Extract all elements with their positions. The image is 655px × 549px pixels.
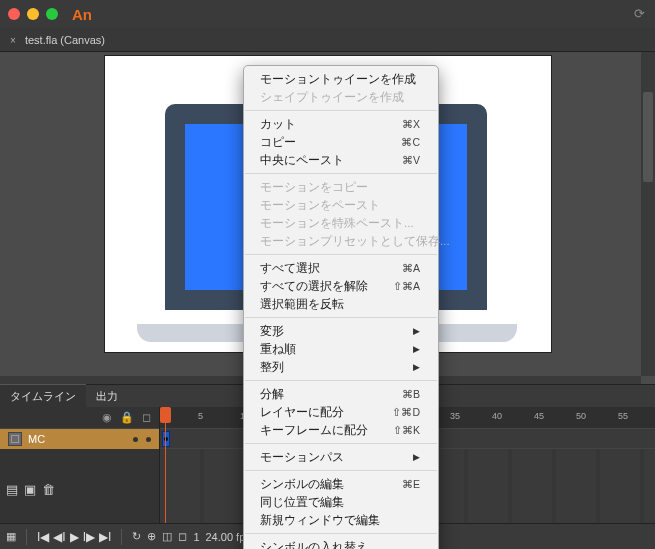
menu-item-label: コピー bbox=[260, 135, 296, 149]
menu-item-shortcut: ⇧⌘A bbox=[393, 279, 420, 293]
menu-item: シェイプトゥイーンを作成 bbox=[244, 88, 438, 106]
ruler-mark: 35 bbox=[450, 411, 460, 421]
menu-item[interactable]: カット⌘X bbox=[244, 115, 438, 133]
menu-item-label: 同じ位置で編集 bbox=[260, 495, 344, 509]
context-menu: モーショントゥイーンを作成シェイプトゥイーンを作成カット⌘Xコピー⌘C中央にペー… bbox=[243, 65, 439, 549]
menu-item-shortcut: ⌘V bbox=[402, 153, 420, 167]
layer-type-icon bbox=[8, 432, 22, 446]
keyframe[interactable] bbox=[162, 431, 170, 447]
play-button[interactable]: ▶ bbox=[70, 530, 79, 544]
layer-toggles[interactable] bbox=[133, 437, 151, 442]
menu-item[interactable]: 整列▶ bbox=[244, 358, 438, 376]
menu-item-label: 重ね順 bbox=[260, 342, 296, 356]
menu-separator bbox=[245, 110, 437, 111]
playhead[interactable] bbox=[165, 407, 166, 523]
menu-item: モーションを特殊ペースト... bbox=[244, 214, 438, 232]
menu-item[interactable]: キーフレームに配分⇧⌘K bbox=[244, 421, 438, 439]
menu-item-label: シンボルの編集 bbox=[260, 477, 344, 491]
step-back-button[interactable]: ◀I bbox=[53, 530, 65, 544]
menu-separator bbox=[245, 470, 437, 471]
ruler-mark: 45 bbox=[534, 411, 544, 421]
menu-item[interactable]: モーショントゥイーンを作成 bbox=[244, 70, 438, 88]
loop-icon[interactable]: ↻ bbox=[132, 530, 141, 543]
menu-separator bbox=[245, 380, 437, 381]
menu-separator bbox=[245, 533, 437, 534]
menu-item[interactable]: シンボルの編集⌘E bbox=[244, 475, 438, 493]
onion-skin-icon[interactable]: ▦ bbox=[6, 530, 16, 543]
step-forward-button[interactable]: I▶ bbox=[83, 530, 95, 544]
submenu-arrow-icon: ▶ bbox=[413, 360, 420, 374]
menu-item-label: シェイプトゥイーンを作成 bbox=[260, 90, 404, 104]
tab-output[interactable]: 出力 bbox=[86, 385, 128, 408]
menu-item[interactable]: 変形▶ bbox=[244, 322, 438, 340]
playhead-marker[interactable] bbox=[160, 407, 171, 423]
ruler-mark: 5 bbox=[198, 411, 203, 421]
menu-item[interactable]: レイヤーに配分⇧⌘D bbox=[244, 403, 438, 421]
menu-item[interactable]: コピー⌘C bbox=[244, 133, 438, 151]
menu-separator bbox=[245, 254, 437, 255]
menu-item[interactable]: モーションパス▶ bbox=[244, 448, 438, 466]
menu-item[interactable]: 選択範囲を反転 bbox=[244, 295, 438, 313]
add-layer-button[interactable]: ▤ bbox=[6, 482, 18, 497]
delete-layer-button[interactable]: 🗑 bbox=[42, 482, 55, 497]
menu-item: モーションをコピー bbox=[244, 178, 438, 196]
menu-item-label: カット bbox=[260, 117, 296, 131]
close-icon[interactable]: × bbox=[10, 35, 16, 46]
vertical-scrollbar[interactable] bbox=[641, 52, 655, 376]
layer-controls: ▤ ▣ 🗑 bbox=[6, 482, 55, 497]
submenu-arrow-icon: ▶ bbox=[413, 342, 420, 356]
window-maximize-button[interactable] bbox=[46, 8, 58, 20]
menu-item[interactable]: シンボルの入れ替え... bbox=[244, 538, 438, 549]
goto-last-button[interactable]: ▶I bbox=[99, 530, 111, 544]
span-icon[interactable]: ◫ bbox=[162, 530, 172, 543]
menu-item-label: 変形 bbox=[260, 324, 284, 338]
playback-controls: I◀ ◀I ▶ I▶ ▶I bbox=[37, 530, 111, 544]
menu-item-shortcut: ⌘X bbox=[402, 117, 420, 131]
menu-item-label: 整列 bbox=[260, 360, 284, 374]
sync-icon[interactable]: ⟳ bbox=[634, 6, 645, 21]
document-tab-label: test.fla (Canvas) bbox=[25, 34, 105, 46]
layer-column: ◉ 🔒 ◻ MC ▤ ▣ 🗑 bbox=[0, 407, 160, 523]
menu-item-label: 新規ウィンドウで編集 bbox=[260, 513, 380, 527]
menu-item-label: モーショントゥイーンを作成 bbox=[260, 72, 416, 86]
menu-item[interactable]: すべて選択⌘A bbox=[244, 259, 438, 277]
goto-first-button[interactable]: I◀ bbox=[37, 530, 49, 544]
menu-separator bbox=[245, 443, 437, 444]
menu-item[interactable]: 同じ位置で編集 bbox=[244, 493, 438, 511]
layer-name: MC bbox=[28, 433, 45, 445]
menu-item-shortcut: ⌘A bbox=[402, 261, 420, 275]
center-frame-icon[interactable]: ⊕ bbox=[147, 530, 156, 543]
window-minimize-button[interactable] bbox=[27, 8, 39, 20]
ruler-mark: 40 bbox=[492, 411, 502, 421]
menu-item[interactable]: 中央にペースト⌘V bbox=[244, 151, 438, 169]
outline-icon[interactable]: ◻ bbox=[142, 411, 151, 424]
lock-icon[interactable]: 🔒 bbox=[120, 411, 134, 424]
menu-item[interactable]: 分解⌘B bbox=[244, 385, 438, 403]
menu-item-label: レイヤーに配分 bbox=[260, 405, 344, 419]
menu-item-label: すべて選択 bbox=[260, 261, 320, 275]
menu-item-shortcut: ⇧⌘K bbox=[393, 423, 420, 437]
menu-item-shortcut: ⌘C bbox=[401, 135, 420, 149]
menu-separator bbox=[245, 173, 437, 174]
menu-item-label: シンボルの入れ替え... bbox=[260, 540, 378, 549]
title-bar: An ⟳ bbox=[0, 0, 655, 28]
tab-timeline[interactable]: タイムライン bbox=[0, 384, 86, 408]
scrollbar-thumb[interactable] bbox=[643, 92, 653, 182]
current-frame: 1 bbox=[193, 531, 199, 543]
menu-item[interactable]: すべての選択を解除⇧⌘A bbox=[244, 277, 438, 295]
layer-row-mc[interactable]: MC bbox=[0, 429, 159, 449]
menu-item[interactable]: 重ね順▶ bbox=[244, 340, 438, 358]
ruler-mark: 55 bbox=[618, 411, 628, 421]
add-folder-button[interactable]: ▣ bbox=[24, 482, 36, 497]
menu-item-label: キーフレームに配分 bbox=[260, 423, 368, 437]
menu-item-shortcut: ⇧⌘D bbox=[392, 405, 420, 419]
visibility-icon[interactable]: ◉ bbox=[102, 411, 112, 424]
menu-item[interactable]: 新規ウィンドウで編集 bbox=[244, 511, 438, 529]
window-controls bbox=[8, 8, 58, 20]
marker-icon[interactable]: ◻ bbox=[178, 530, 187, 543]
app-logo: An bbox=[72, 6, 92, 23]
document-tab[interactable]: × test.fla (Canvas) bbox=[0, 30, 123, 50]
menu-item-shortcut: ⌘E bbox=[402, 477, 420, 491]
window-close-button[interactable] bbox=[8, 8, 20, 20]
document-tab-strip: × test.fla (Canvas) bbox=[0, 28, 655, 52]
